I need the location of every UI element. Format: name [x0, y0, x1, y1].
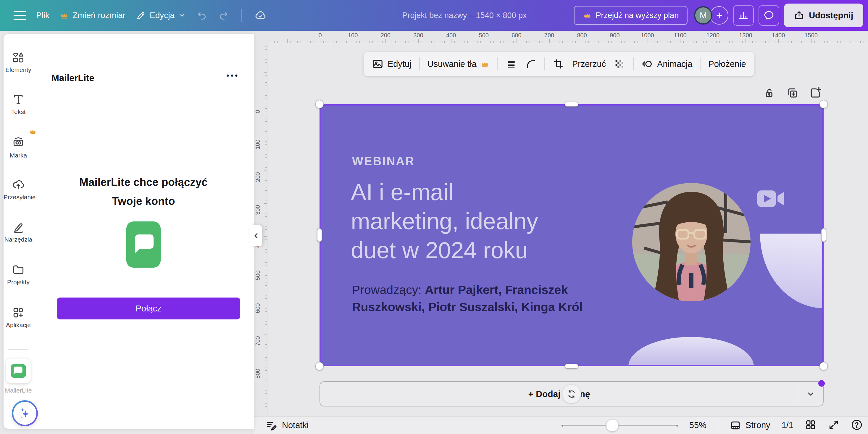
chevron-left-icon: [252, 232, 260, 240]
ruler-label: 600: [512, 32, 521, 39]
upload-cloud-icon: [12, 178, 25, 191]
add-page-icon-button[interactable]: [808, 86, 823, 100]
slide-title[interactable]: AI i e-mail marketing, idealny duet w 20…: [351, 178, 538, 265]
grid-view-button[interactable]: [805, 419, 816, 432]
sidebar-item-apps[interactable]: Aplikacje: [4, 306, 33, 328]
notification-dot: [818, 380, 825, 387]
slide-presenters[interactable]: Prowadzący: Artur Pajkert, Franciszek Ru…: [352, 281, 630, 316]
quarter-circle-shape[interactable]: [760, 234, 824, 308]
file-menu-label: Plik: [36, 11, 50, 20]
sidebar-item-text[interactable]: Tekst: [4, 93, 33, 115]
zoom-slider[interactable]: [561, 419, 678, 432]
lock-page-button[interactable]: [762, 86, 776, 100]
context-toolbar: Edytuj Usuwanie tła Przerzuć Animacja Po…: [364, 52, 754, 76]
selection-handle-bottom-left[interactable]: [315, 362, 324, 370]
zoom-slider-track[interactable]: [561, 425, 678, 426]
upgrade-plan-button[interactable]: Przejdź na wyższy plan: [574, 6, 688, 25]
line-curve-button[interactable]: [525, 58, 537, 70]
connect-button[interactable]: Połącz: [57, 297, 240, 319]
add-page-button[interactable]: + Dodaj stronę: [320, 382, 798, 406]
question-icon: [851, 419, 863, 431]
panel-title: MailerLite: [52, 73, 94, 84]
slide-tag-webinar[interactable]: WEBINAR: [352, 154, 415, 168]
notes-button[interactable]: Notatki: [266, 419, 309, 431]
fullscreen-button[interactable]: [828, 419, 840, 432]
mailerlite-logo: [126, 222, 161, 269]
file-menu-button[interactable]: Plik: [36, 11, 50, 20]
sidebar-item-mailerlite[interactable]: [6, 358, 31, 383]
document-title[interactable]: Projekt bez nazwy – 1540 × 800 px: [402, 11, 527, 20]
page-indicator: 1/1: [782, 421, 794, 430]
ruler-label: 300: [254, 205, 261, 214]
pages-view-button[interactable]: Strony: [730, 419, 770, 431]
selection-handle-left[interactable]: [317, 228, 322, 242]
help-button[interactable]: [851, 419, 863, 432]
presenter-label: Prowadzący:: [352, 283, 425, 297]
panel-menu-button[interactable]: •••: [227, 71, 239, 80]
editing-mode-button[interactable]: Edycja: [135, 10, 186, 21]
chevron-down-icon: [806, 389, 815, 399]
position-label: Położenie: [708, 59, 746, 69]
edit-image-label: Edytuj: [388, 59, 411, 69]
redo-button[interactable]: [218, 9, 229, 21]
ruler-label: 500: [479, 32, 489, 39]
resize-button[interactable]: Zmień rozmiar: [59, 11, 125, 20]
stroke-weight-button[interactable]: [505, 58, 517, 70]
transparency-button[interactable]: [614, 58, 625, 70]
toolbar-divider: [633, 57, 634, 70]
main-menu-button[interactable]: [13, 11, 26, 20]
selection-handle-right[interactable]: [821, 228, 826, 242]
animate-button[interactable]: Animacja: [641, 58, 692, 70]
zoom-slider-thumb[interactable]: [606, 419, 619, 432]
ruler-label: 0: [254, 110, 261, 113]
ruler-label: 800: [577, 32, 587, 39]
avatar[interactable]: M: [694, 6, 712, 25]
bg-removal-button[interactable]: Usuwanie tła: [428, 59, 489, 69]
sync-icon: [566, 389, 577, 399]
elements-icon: [12, 51, 25, 64]
editing-mode-label: Edycja: [150, 11, 175, 20]
selection-handle-bottom-right[interactable]: [819, 362, 828, 370]
selection-handle-bottom[interactable]: [565, 364, 578, 369]
comment-icon: [763, 9, 775, 21]
crop-button[interactable]: [553, 58, 564, 70]
dome-shape[interactable]: [628, 337, 754, 366]
flip-button[interactable]: Przerzuć: [572, 59, 606, 69]
brand-icon: [12, 135, 25, 148]
ruler-label: 300: [413, 32, 423, 39]
undo-button[interactable]: [196, 9, 208, 21]
cloud-save-status-icon: [254, 9, 267, 22]
sidebar-item-projects[interactable]: Projekty: [4, 263, 33, 286]
position-button[interactable]: Położenie: [708, 59, 746, 69]
sidebar-item-uploads[interactable]: Przesyłanie: [4, 178, 33, 201]
presenter-photo[interactable]: [632, 183, 750, 301]
edit-image-icon: [372, 58, 384, 70]
slide-page[interactable]: WEBINAR AI i e-mail marketing, idealny d…: [319, 104, 824, 366]
insights-button[interactable]: [733, 5, 754, 26]
slide-title-line: AI i e-mail: [351, 178, 538, 207]
ruler-label: 1300: [739, 32, 752, 39]
crop-icon: [553, 58, 564, 70]
slide-content: WEBINAR AI i e-mail marketing, idealny d…: [319, 104, 824, 366]
comments-button[interactable]: [758, 5, 779, 26]
selection-handle-top-right[interactable]: [819, 100, 828, 108]
mailerlite-app-icon: [9, 362, 28, 380]
sidebar-rail: Elementy Tekst Marka Przesyłanie Narzędz…: [4, 34, 33, 429]
add-page-bar: + Dodaj stronę: [319, 381, 824, 406]
edit-image-button[interactable]: Edytuj: [372, 58, 411, 70]
share-button[interactable]: Udostępnij: [784, 4, 863, 27]
toolbar-divider: [419, 57, 420, 70]
ruler-label: 0: [318, 32, 321, 39]
sidebar-item-elements[interactable]: Elementy: [4, 51, 33, 74]
add-member-button[interactable]: +: [710, 6, 728, 25]
notes-icon: [266, 419, 278, 431]
sidebar-item-tools[interactable]: Narzędzia: [4, 221, 33, 243]
selection-handle-top[interactable]: [565, 102, 578, 107]
sidebar-item-label: Aplikacje: [4, 321, 33, 328]
video-camera-icon[interactable]: [757, 188, 785, 210]
selection-handle-top-left[interactable]: [315, 100, 324, 108]
duplicate-page-button[interactable]: [785, 86, 799, 100]
add-page-icon: [809, 86, 822, 99]
panel-collapse-button[interactable]: [250, 225, 262, 246]
sidebar-item-brand[interactable]: Marka: [4, 135, 33, 159]
